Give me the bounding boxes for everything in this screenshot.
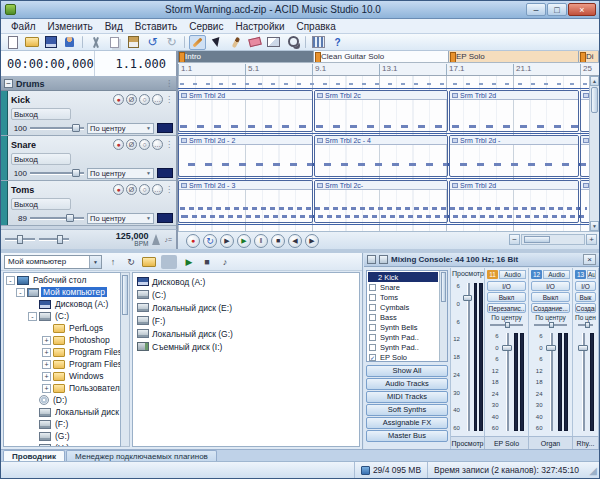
tree-item[interactable]: Дисковод (A:) [4, 298, 120, 310]
scroll-up-icon[interactable]: ▲ [590, 76, 599, 86]
record-arm-button[interactable]: ● [113, 184, 124, 195]
tree-expander[interactable]: + [42, 360, 51, 369]
channel-list-scrollbar[interactable] [439, 271, 447, 361]
io-button[interactable]: I/O [531, 281, 570, 291]
draw-tool-button[interactable] [189, 35, 206, 50]
refresh-button[interactable]: ↻ [123, 255, 139, 269]
section-marker[interactable]: Di [579, 51, 599, 62]
stop-button[interactable]: ■ [271, 234, 285, 248]
menu-item[interactable]: Справка [290, 20, 341, 33]
channel-list-item[interactable]: Synth Pad.. [368, 332, 438, 342]
tree-expander[interactable]: - [28, 312, 37, 321]
volume-slider-thumb[interactable] [66, 214, 74, 222]
tree-expander[interactable]: - [6, 276, 15, 285]
tree-scrollbar[interactable] [121, 272, 130, 447]
marker-bar[interactable]: Intro Clean Guitar Solo EP Solo Di [178, 51, 599, 63]
midi-clip[interactable]: Srm Trbl 2d - 3 [178, 180, 313, 223]
file-list-item[interactable]: (F:) [135, 314, 359, 327]
channel-list-item[interactable]: Cymbals [368, 302, 438, 312]
tree-item[interactable]: + Photoshop [4, 334, 120, 346]
channel-list-item[interactable]: Toms [368, 292, 438, 302]
pan-slider[interactable] [534, 322, 567, 328]
tree-item[interactable]: - (C:) [4, 310, 120, 322]
titlebar[interactable]: Storm Warning.acd-zip - ACID Music Studi… [1, 1, 599, 19]
filter-button[interactable]: Assignable FX [366, 417, 448, 429]
envelope-tool-button[interactable] [265, 35, 282, 50]
io-button[interactable]: I/O [487, 281, 526, 291]
go-to-start-button[interactable]: ◀ [288, 234, 302, 248]
new-project-button[interactable] [4, 35, 21, 50]
track-group-header[interactable]: − Drums ⋮ [1, 77, 176, 91]
track-header[interactable]: Snare ● Ø ○ … ⋮ Выход 100 [1, 136, 176, 181]
volume-fader[interactable] [502, 331, 512, 433]
selection-tool-button[interactable] [208, 35, 225, 50]
tree-item[interactable]: + Пользователи [4, 382, 120, 394]
erase-tool-button[interactable] [246, 35, 263, 50]
tree-expander[interactable]: + [42, 372, 51, 381]
volume-fader[interactable] [578, 331, 588, 433]
file-list-item[interactable]: Локальный диск (E:) [135, 301, 359, 314]
filter-button[interactable]: Soft Synths [366, 404, 448, 416]
tree-expander[interactable]: + [42, 384, 51, 393]
track-fx-button[interactable]: … [152, 139, 163, 150]
midi-clip[interactable]: Srm Trbl 2c- [314, 180, 448, 223]
channel-list-item[interactable]: Synth Bells [368, 322, 438, 332]
paint-tool-button[interactable] [227, 35, 244, 50]
beat-ruler[interactable]: 1.1 5.1 9.1 13.1 17.1 21.1 25 [178, 63, 599, 76]
beats-display[interactable]: 1.1.000 [94, 51, 176, 76]
channel-checkbox[interactable] [369, 314, 376, 321]
filter-button[interactable]: Show All [366, 365, 448, 377]
filter-button[interactable]: MIDI Tracks [366, 391, 448, 403]
io-button[interactable]: I/O [575, 281, 596, 291]
tree-expander[interactable] [28, 432, 37, 441]
loop-playback-button[interactable]: ↻ [203, 234, 217, 248]
redo-button[interactable]: ↻ [163, 35, 180, 50]
scroll-down-icon[interactable]: ▼ [590, 221, 599, 231]
metronome-icon[interactable] [152, 234, 160, 245]
save-button[interactable] [42, 35, 59, 50]
snare-track-lane[interactable]: Srm Trbl 2d - 2 Srm Trbl 2c - 4 [178, 134, 589, 179]
volume-slider-thumb[interactable] [72, 124, 80, 132]
channel-list-item[interactable]: EP Solo [368, 352, 438, 362]
output-device-button[interactable]: Выход [11, 108, 71, 120]
track-height-slider[interactable] [5, 238, 35, 241]
tree-item[interactable]: - Рабочий стол [4, 274, 120, 286]
tree-item[interactable]: PerfLogs [4, 322, 120, 334]
midi-clip[interactable]: Srm Trbl 2c [314, 90, 448, 132]
midi-clip[interactable]: S [580, 90, 589, 132]
record-arm-button[interactable]: ● [113, 94, 124, 105]
go-to-end-button[interactable]: ▶ [305, 234, 319, 248]
tree-expander[interactable] [28, 300, 37, 309]
tree-item[interactable]: + Windows [4, 370, 120, 382]
section-marker[interactable]: Intro [178, 51, 314, 62]
track-fx-button[interactable]: … [152, 94, 163, 105]
zoom-out-button[interactable]: − [509, 234, 520, 245]
time-display[interactable]: 00:00:00,000 [1, 51, 94, 76]
track-header[interactable]: Kick ● Ø ○ … ⋮ Выход 100 [1, 91, 176, 136]
section-marker[interactable]: Clean Guitar Solo [314, 51, 449, 62]
tree-item[interactable]: Локальный диск (E:) [4, 406, 120, 418]
tree-expander[interactable] [28, 420, 37, 429]
record-button[interactable]: ● [186, 234, 200, 248]
track-name[interactable]: Snare [11, 140, 111, 150]
zoom-in-button[interactable]: + [586, 234, 597, 245]
maximize-button[interactable]: □ [547, 3, 567, 16]
new-folder-button[interactable] [141, 255, 157, 269]
start-preview-button[interactable]: ▶ [181, 255, 197, 269]
filter-button[interactable]: Audio Tracks [366, 378, 448, 390]
channel-list-item[interactable]: Synth Pad.. [368, 342, 438, 352]
timeline-vertical-scrollbar[interactable]: ▲ ▼ [589, 76, 599, 231]
dropdown-arrow-icon[interactable]: ▼ [89, 256, 101, 268]
output-device-button[interactable]: Выход [11, 198, 71, 210]
tree-item[interactable]: - Мой компьютер [4, 286, 120, 298]
auto-preview-button[interactable]: ♪ [217, 255, 233, 269]
mute-button[interactable]: Выкл [487, 292, 526, 302]
tree-expander[interactable] [28, 408, 37, 417]
midi-clip[interactable]: S [580, 180, 589, 223]
menu-item[interactable]: Изменить [42, 20, 99, 33]
open-button[interactable] [23, 35, 40, 50]
mute-button[interactable]: Выкл [531, 292, 570, 302]
up-one-level-button[interactable]: ↑ [105, 255, 121, 269]
midi-clip[interactable]: S [580, 135, 589, 177]
channel-checkbox[interactable] [369, 304, 376, 311]
